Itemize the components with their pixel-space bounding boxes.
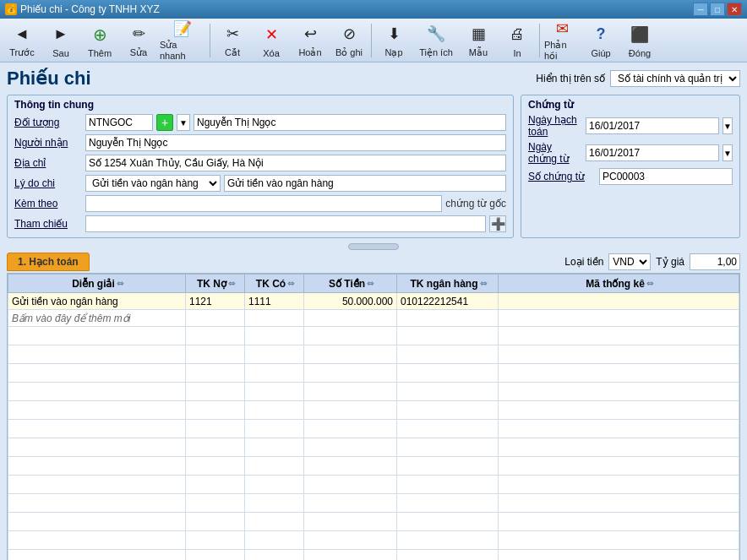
toolbar-cancel-button[interactable]: ↩ Hoản bbox=[292, 21, 329, 60]
dia-chi-input[interactable] bbox=[85, 155, 506, 171]
utility-label: Tiện ích bbox=[419, 47, 453, 58]
toolbar-help-button[interactable]: ? Giúp bbox=[582, 21, 619, 60]
so-chung-tu-input[interactable] bbox=[599, 168, 733, 185]
toolbar-print-button[interactable]: 🖨 In bbox=[499, 21, 536, 60]
ngay-chung-tu-dropdown[interactable]: ▼ bbox=[722, 144, 733, 161]
tham-chieu-row: Tham chiếu ➕ bbox=[14, 215, 506, 232]
ngay-hach-toan-dropdown[interactable]: ▼ bbox=[722, 117, 733, 134]
display-label: Hiển thị trên số bbox=[536, 73, 605, 84]
toolbar-cut-button[interactable]: ✂ Cắt bbox=[214, 21, 251, 60]
form-panels-row: Thông tin chung Đối tượng + ▼ Người nhận… bbox=[7, 95, 740, 238]
ty-gia-input[interactable] bbox=[690, 253, 740, 270]
cell-ma-thong-ke-1[interactable] bbox=[499, 293, 739, 310]
ly-do-chi-row: Lý do chi Gửi tiền vào ngân hàng bbox=[14, 175, 506, 192]
table-empty-row bbox=[8, 494, 739, 513]
add-label: Thêm bbox=[88, 48, 112, 58]
cell-tk-ngan-hang-1[interactable]: 010122212541 bbox=[397, 293, 499, 310]
toolbar-edit-button[interactable]: ✏ Sửa bbox=[120, 21, 157, 60]
doi-tuong-code-input[interactable] bbox=[85, 114, 153, 131]
col-resize-ma-thong-ke[interactable]: ⇔ bbox=[646, 279, 652, 289]
forward-label: Sau bbox=[52, 48, 69, 58]
cancel-icon: ↩ bbox=[298, 22, 322, 46]
table-empty-row bbox=[8, 401, 739, 420]
kem-theo-input[interactable] bbox=[85, 195, 442, 212]
toolbar-import-button[interactable]: ⬇ Nạp bbox=[375, 21, 412, 60]
nguoi-nhan-input[interactable] bbox=[85, 134, 506, 151]
toolbar-close-button[interactable]: ⬛ Đóng bbox=[621, 21, 658, 60]
table-empty-row bbox=[8, 345, 739, 364]
utility-icon: 🔧 bbox=[424, 22, 448, 46]
minimize-button[interactable]: ─ bbox=[693, 3, 708, 16]
toolbar-back-button[interactable]: ◄ Trước bbox=[3, 21, 41, 60]
col-resize-so-tien[interactable]: ⇔ bbox=[367, 279, 372, 289]
ly-do-chi-text-input[interactable] bbox=[224, 175, 506, 192]
toolbar-utility-button[interactable]: 🔧 Tiện ích bbox=[414, 21, 458, 60]
col-header-dien-giai: Diễn giải ⇔ bbox=[8, 275, 186, 293]
so-chung-tu-label: Số chứng từ bbox=[528, 171, 596, 182]
col-resize-dien-giai[interactable]: ⇔ bbox=[117, 279, 122, 289]
toolbar-feedback-button[interactable]: ✉ Phản hồi bbox=[543, 21, 581, 60]
back-icon: ◄ bbox=[10, 22, 34, 46]
toolbar-quick-edit-button[interactable]: 📝 Sửa nhanh bbox=[159, 21, 206, 60]
display-select[interactable]: Số tài chính và quản trị bbox=[610, 70, 740, 87]
toolbar-unpost-button[interactable]: ⊘ Bỏ ghi bbox=[330, 21, 368, 60]
col-header-tk-no: TK Nợ ⇔ bbox=[186, 275, 245, 293]
empty-add-5 bbox=[397, 310, 499, 327]
cell-dien-giai-1[interactable]: Gửi tiền vào ngân hàng bbox=[8, 293, 186, 310]
toolbar-add-button[interactable]: ⊕ Thêm bbox=[81, 21, 118, 60]
cell-tk-no-1[interactable]: 1121 bbox=[186, 293, 245, 310]
toolbar-divider-2 bbox=[371, 24, 372, 57]
doi-tuong-dropdown-button[interactable]: ▼ bbox=[177, 114, 190, 131]
hach-toan-tab[interactable]: 1. Hạch toán bbox=[7, 253, 90, 271]
ngay-chung-tu-input[interactable] bbox=[586, 144, 719, 161]
col-resize-tk-no[interactable]: ⇔ bbox=[228, 279, 233, 289]
maximize-button[interactable]: □ bbox=[710, 3, 725, 16]
close-label: Đóng bbox=[629, 48, 651, 58]
template-label: Mẫu bbox=[469, 47, 488, 58]
unpost-label: Bỏ ghi bbox=[335, 47, 363, 58]
table-row[interactable]: Gửi tiền vào ngân hàng 1121 1111 50.000.… bbox=[8, 293, 739, 310]
toolbar-template-button[interactable]: ▦ Mẫu bbox=[460, 21, 497, 60]
table-empty-row bbox=[8, 476, 739, 494]
cell-tk-co-1[interactable]: 1111 bbox=[245, 293, 304, 310]
empty-add-6 bbox=[499, 310, 739, 327]
doi-tuong-add-button[interactable]: + bbox=[156, 114, 173, 131]
table-empty-row bbox=[8, 550, 739, 561]
attach-button[interactable]: ➕ bbox=[489, 215, 506, 232]
cell-so-tien-1[interactable]: 50.000.000 bbox=[304, 293, 397, 310]
dia-chi-row: Địa chỉ bbox=[14, 155, 506, 171]
tham-chieu-label: Tham chiếu bbox=[14, 218, 82, 230]
print-label: In bbox=[513, 48, 521, 58]
ngay-chung-tu-row: Ngày chứng từ ▼ bbox=[528, 141, 733, 165]
ly-do-chi-select[interactable]: Gửi tiền vào ngân hàng bbox=[85, 175, 221, 192]
currency-select[interactable]: VND USD bbox=[608, 253, 651, 270]
hach-toan-table: Diễn giải ⇔ TK Nợ ⇔ TK Có ⇔ bbox=[8, 274, 739, 560]
ly-do-chi-label: Lý do chi bbox=[14, 177, 82, 189]
import-icon: ⬇ bbox=[382, 22, 406, 46]
edit-icon: ✏ bbox=[127, 22, 150, 46]
ngay-hach-toan-input[interactable] bbox=[586, 117, 719, 134]
add-row-label[interactable]: Bấm vào đây để thêm mới bbox=[8, 310, 186, 327]
col-resize-tk-co[interactable]: ⇔ bbox=[287, 279, 292, 289]
panel-thong-tin-title: Thông tin chung bbox=[14, 99, 506, 111]
toolbar-forward-button[interactable]: ► Sau bbox=[42, 21, 79, 60]
tham-chieu-input[interactable] bbox=[85, 215, 486, 232]
table-empty-row bbox=[8, 420, 739, 438]
table-empty-row bbox=[8, 383, 739, 401]
horizontal-scrollbar-area bbox=[7, 243, 740, 250]
horizontal-scrollbar[interactable] bbox=[348, 243, 399, 250]
delete-label: Xóa bbox=[263, 48, 280, 58]
doi-tuong-name-input[interactable] bbox=[194, 114, 506, 131]
unpost-icon: ⊘ bbox=[337, 22, 361, 46]
panel-chung-tu: Chứng từ Ngày hạch toán ▼ Ngày chứng từ … bbox=[521, 95, 740, 238]
col-resize-tk-ngan-hang[interactable]: ⇔ bbox=[480, 279, 485, 289]
dia-chi-label: Địa chỉ bbox=[14, 157, 82, 169]
window-close-button[interactable]: ✕ bbox=[727, 3, 742, 16]
back-label: Trước bbox=[9, 47, 34, 58]
toolbar-delete-button[interactable]: ✕ Xóa bbox=[253, 21, 290, 60]
add-row[interactable]: Bấm vào đây để thêm mới bbox=[8, 310, 739, 327]
cut-label: Cắt bbox=[225, 47, 240, 58]
doi-tuong-row: Đối tượng + ▼ bbox=[14, 114, 506, 131]
cancel-label: Hoản bbox=[298, 47, 321, 58]
display-option-area: Hiển thị trên số Số tài chính và quản tr… bbox=[536, 70, 740, 87]
